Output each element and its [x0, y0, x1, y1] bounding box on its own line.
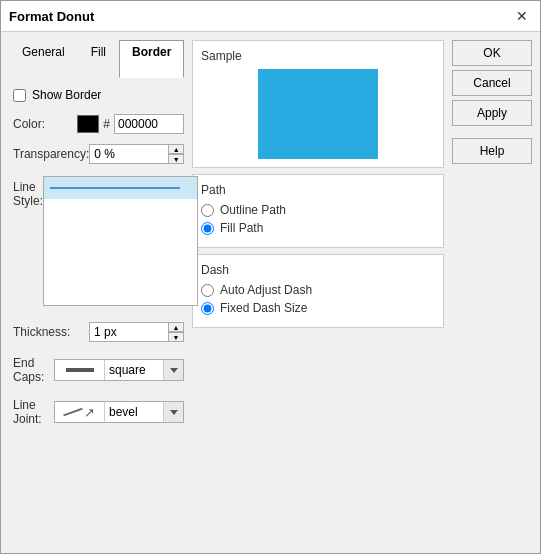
- end-caps-row: End Caps: square: [13, 356, 184, 384]
- bevel-arrow-icon: ↗: [84, 405, 95, 420]
- fill-path-label: Fill Path: [220, 221, 263, 235]
- line-style-item-2[interactable]: [44, 199, 197, 221]
- auto-adjust-dash-radio[interactable]: [201, 284, 214, 297]
- line-joint-dropdown-btn[interactable]: [163, 402, 183, 422]
- tab-general[interactable]: General: [9, 40, 78, 78]
- path-title: Path: [201, 183, 435, 197]
- line-joint-icon-area: ↗: [55, 402, 105, 422]
- thickness-label: Thickness:: [13, 325, 89, 339]
- thickness-input[interactable]: [89, 322, 169, 342]
- fixed-dash-row: Fixed Dash Size: [201, 301, 435, 315]
- transparency-down-button[interactable]: ▼: [168, 154, 184, 164]
- end-caps-select[interactable]: square: [54, 359, 184, 381]
- end-caps-control: square: [54, 359, 184, 381]
- fixed-dash-radio[interactable]: [201, 302, 214, 315]
- format-donut-dialog: Format Donut ✕ General Fill Border Data …: [0, 0, 541, 554]
- transparency-input[interactable]: [89, 144, 169, 164]
- thickness-down-button[interactable]: ▼: [168, 332, 184, 342]
- color-label: Color:: [13, 117, 77, 131]
- outline-path-row: Outline Path: [201, 203, 435, 217]
- show-border-row: Show Border: [13, 88, 184, 102]
- end-caps-line-icon: [66, 368, 94, 372]
- solid-line-preview: [50, 187, 180, 189]
- line-joint-value: bevel: [105, 405, 163, 419]
- outline-path-label: Outline Path: [220, 203, 286, 217]
- end-caps-label: End Caps:: [13, 356, 54, 384]
- line-joint-label: Line Joint:: [13, 398, 54, 426]
- help-button[interactable]: Help: [452, 138, 532, 164]
- transparency-label: Transparency:: [13, 147, 89, 161]
- line-joint-line1: [63, 408, 82, 417]
- line-style-item-5[interactable]: [44, 265, 197, 287]
- show-border-checkbox[interactable]: [13, 89, 26, 102]
- line-joint-control: ↗ bevel: [54, 401, 184, 423]
- dialog-title: Format Donut: [9, 9, 94, 24]
- title-bar: Format Donut ✕: [1, 1, 540, 32]
- line-style-item-solid[interactable]: [44, 177, 197, 199]
- dash-title: Dash: [201, 263, 435, 277]
- ok-button[interactable]: OK: [452, 40, 532, 66]
- fixed-dash-label: Fixed Dash Size: [220, 301, 307, 315]
- auto-adjust-dash-label: Auto Adjust Dash: [220, 283, 312, 297]
- tab-bar: General Fill Border Data Label Hint: [9, 40, 184, 78]
- tab-border[interactable]: Border: [119, 40, 184, 78]
- center-right-panel: Sample Path Outline Path Fill Path Dash: [192, 40, 444, 545]
- apply-button[interactable]: Apply: [452, 100, 532, 126]
- line-style-listbox[interactable]: [43, 176, 198, 306]
- thickness-row: Thickness: ▲ ▼: [13, 322, 184, 342]
- line-style-item-4[interactable]: [44, 243, 197, 265]
- thickness-spinner: ▲ ▼: [89, 322, 184, 342]
- end-caps-dropdown-arrow: [170, 368, 178, 373]
- sample-panel: Sample: [192, 40, 444, 168]
- show-border-label: Show Border: [32, 88, 101, 102]
- end-caps-line: [66, 368, 94, 372]
- outline-path-radio[interactable]: [201, 204, 214, 217]
- color-control: #: [77, 114, 184, 134]
- line-style-container: [43, 176, 198, 306]
- line-style-item-3[interactable]: [44, 221, 197, 243]
- line-joint-icon: ↗: [63, 405, 96, 420]
- auto-adjust-dash-row: Auto Adjust Dash: [201, 283, 435, 297]
- color-swatch[interactable]: [77, 115, 99, 133]
- fill-path-row: Fill Path: [201, 221, 435, 235]
- action-buttons-panel: OK Cancel Apply Help: [452, 40, 532, 545]
- main-form-panel: General Fill Border Data Label Hint: [9, 40, 184, 545]
- transparency-row: Transparency: ▲ ▼: [13, 144, 184, 164]
- thickness-spinner-buttons: ▲ ▼: [168, 322, 184, 342]
- transparency-spinner: ▲ ▼: [89, 144, 184, 164]
- tab-fill[interactable]: Fill: [78, 40, 119, 78]
- transparency-up-button[interactable]: ▲: [168, 144, 184, 154]
- path-section: Path Outline Path Fill Path: [192, 174, 444, 248]
- color-input[interactable]: [114, 114, 184, 134]
- sample-label: Sample: [201, 49, 435, 63]
- end-caps-value: square: [105, 363, 163, 377]
- fill-path-radio[interactable]: [201, 222, 214, 235]
- color-hash: #: [103, 117, 110, 131]
- cancel-button[interactable]: Cancel: [452, 70, 532, 96]
- color-row: Color: #: [13, 114, 184, 134]
- line-joint-dropdown-arrow: [170, 410, 178, 415]
- dialog-body: General Fill Border Data Label Hint: [1, 32, 540, 553]
- line-style-row: Line Style:: [13, 176, 184, 306]
- thickness-up-button[interactable]: ▲: [168, 322, 184, 332]
- close-button[interactable]: ✕: [512, 7, 532, 25]
- line-joint-row: Line Joint: ↗ bevel: [13, 398, 184, 426]
- sample-preview: [258, 69, 378, 159]
- line-style-label: Line Style:: [13, 180, 43, 208]
- dash-section: Dash Auto Adjust Dash Fixed Dash Size: [192, 254, 444, 328]
- end-caps-icon: [55, 360, 105, 380]
- end-caps-dropdown-btn[interactable]: [163, 360, 183, 380]
- transparency-spinner-buttons: ▲ ▼: [168, 144, 184, 164]
- line-joint-select[interactable]: ↗ bevel: [54, 401, 184, 423]
- border-form: Show Border Color: # Transparency:: [9, 88, 184, 428]
